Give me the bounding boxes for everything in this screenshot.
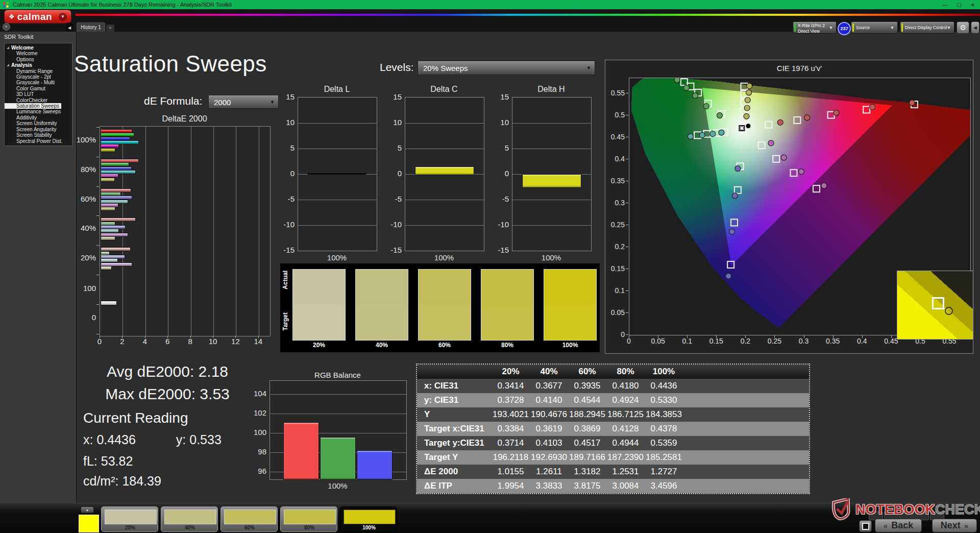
- swatch-20%: [292, 269, 346, 341]
- swatch-60%: [418, 269, 471, 341]
- gear-icon[interactable]: ⚙: [957, 21, 969, 34]
- source-dropdown[interactable]: Source ▼: [851, 21, 898, 34]
- close-button[interactable]: ✕: [971, 2, 975, 8]
- gridline: [298, 123, 377, 124]
- cie-ytick-label: 0.35: [603, 177, 625, 185]
- swatch-label: 40%: [355, 342, 408, 349]
- sidebar-item-welcome[interactable]: Welcome: [5, 51, 72, 56]
- delta_l-ytick-label: 5: [275, 143, 295, 152]
- meter-name: X-Rite i1Pro 2: [798, 23, 825, 28]
- sidebar-item-color-gamut[interactable]: Color Gamut: [5, 86, 72, 91]
- stop-button[interactable]: [859, 520, 872, 532]
- swatch-target: [419, 305, 471, 340]
- delta_h-ytick-label: 5: [489, 143, 509, 152]
- de-formula-dropdown[interactable]: 2000 ▼: [208, 95, 279, 109]
- sidebar-item-3d-lut[interactable]: 3D LUT: [5, 91, 72, 97]
- delta_l-plot: [298, 97, 377, 251]
- swatch-target: [356, 305, 408, 340]
- patch-label: 80%: [281, 525, 338, 530]
- table-row: Y193.4021190.4676188.2945186.7125184.385…: [417, 407, 809, 422]
- deltae-bar-60%-yellow: [101, 207, 115, 211]
- cie-ytick-label: 0.45: [603, 133, 625, 141]
- display-control-dropdown[interactable]: Direct Display Control ▼: [900, 21, 954, 34]
- meter-dropdown[interactable]: X-Rite i1Pro 2 Direct View ▼: [793, 21, 837, 34]
- display-status-indicator: [901, 23, 903, 32]
- maximize-button[interactable]: ▢: [957, 2, 961, 8]
- tree-section-analysis[interactable]: Analysis: [5, 62, 72, 68]
- patch-button-80%[interactable]: 80%: [280, 506, 337, 532]
- table-row: y: CIE310.37280.41400.45440.49240.5330: [417, 393, 809, 407]
- axis-tick: [96, 275, 99, 275]
- tree-section-welcome[interactable]: Welcome: [5, 45, 72, 51]
- patch-expand-button[interactable]: ▲: [81, 506, 94, 513]
- panel-collapse-button[interactable]: ◀: [971, 21, 979, 34]
- delta-h-category: 100%: [512, 253, 591, 262]
- sidebar-item-screen-stability[interactable]: Screen Stability: [5, 132, 72, 138]
- patch-button-40%[interactable]: 40%: [161, 506, 218, 532]
- swatch-80%: [481, 269, 534, 341]
- delta_c-ytick-label: 10: [382, 118, 402, 127]
- tree-expander-icon: [7, 46, 9, 49]
- meter-status-indicator: [794, 23, 796, 32]
- measured-point-magenta: [821, 183, 827, 188]
- calman-logo-button[interactable]: ❖ calman ▼: [4, 10, 71, 23]
- cie-ytick-label: 0.3: [603, 199, 625, 207]
- deltae-group-label: 60%: [65, 195, 96, 203]
- delta_c-ytick-label: -5: [382, 195, 402, 203]
- minimize-button[interactable]: —: [942, 2, 947, 8]
- gridline: [512, 123, 591, 124]
- rgb-bar-green: [320, 437, 356, 480]
- axis-tick: [96, 215, 99, 216]
- sidebar-item-grayscale-multi[interactable]: Grayscale - Multi: [5, 80, 72, 85]
- cie-xtick-label: 0.2: [735, 337, 755, 345]
- sidebar-item-colorchecker[interactable]: ColorChecker: [5, 98, 72, 103]
- notebookcheck-watermark: NOTEBOOKCHECK: [831, 498, 980, 521]
- measured-point-cyan: [719, 130, 724, 135]
- sidebar-item-grayscale-2pt[interactable]: Grayscale - 2pt: [5, 74, 72, 80]
- cie-ytick-label: 0.15: [603, 264, 625, 273]
- measured-point-magenta: [781, 155, 787, 160]
- cie-xtick-label: 0.35: [823, 337, 843, 345]
- back-button[interactable]: « Back: [875, 519, 922, 532]
- chevron-down-icon: ▼: [59, 13, 67, 21]
- deltae-xtick-label: 8: [183, 337, 198, 346]
- tab-history-1[interactable]: History 1: [77, 22, 105, 32]
- axis-tick: [626, 225, 628, 225]
- patch-button-20%[interactable]: 20%: [101, 506, 158, 532]
- swatch-actual: [419, 270, 471, 305]
- display-control-label: Direct Display Control: [905, 25, 947, 31]
- max-de2000-readout: Max dE2000: 3.53: [82, 385, 253, 403]
- rgb-ytick-label: 102: [249, 408, 266, 417]
- patch-button-60%[interactable]: 60%: [220, 506, 278, 532]
- rgb-balance-title: RGB Balance: [270, 371, 406, 379]
- rgb-bar-red: [283, 422, 319, 480]
- deltae-bar-white: [101, 301, 117, 305]
- delta_l-ytick-label: 15: [275, 92, 295, 101]
- table-col-80%: 80%: [606, 367, 645, 377]
- tree-expander-icon: [7, 64, 9, 66]
- measured-point-blue: [735, 166, 741, 172]
- next-button[interactable]: Next »: [932, 519, 977, 532]
- sidebar-item-saturation-sweeps[interactable]: Saturation Sweeps: [5, 103, 61, 109]
- cie-xtick-label: 0.05: [648, 337, 668, 345]
- sidebar-item-screen-uniformity[interactable]: Screen Uniformity: [5, 120, 72, 126]
- levels-dropdown[interactable]: 20% Sweeps ▼: [418, 61, 595, 75]
- sidebar-item-options[interactable]: Options: [5, 57, 72, 62]
- sidebar-item-dynamic-range[interactable]: Dynamic Range: [5, 68, 72, 74]
- patch-button-100%[interactable]: 100%: [340, 506, 397, 532]
- meter-count-badge[interactable]: 237: [838, 22, 851, 35]
- patch-swatch: [164, 510, 216, 524]
- sidebar-item-additivity[interactable]: Additivity: [5, 115, 72, 120]
- deltae-chart-title: DeltaE 2000: [100, 114, 270, 124]
- chevron-down-icon: ▼: [270, 100, 275, 105]
- sidebar-item-luminance-sweeps[interactable]: Luminance Sweeps: [5, 109, 72, 114]
- sidebar-item-screen-angularity[interactable]: Screen Angularity: [5, 127, 72, 132]
- measured-point-yellow: [744, 113, 749, 119]
- sidebar-item-spectral-power-dist[interactable]: Spectral Power Dist.: [5, 138, 72, 144]
- delta_c-ytick-label: 0: [382, 169, 402, 178]
- add-tab-button[interactable]: +: [106, 25, 114, 32]
- table-row: Target x:CIE310.33840.36190.38690.41280.…: [417, 422, 809, 436]
- table-col-100%: 100%: [645, 367, 683, 377]
- record-indicator-button[interactable]: [3, 23, 10, 31]
- next-chevrons-icon: »: [964, 521, 968, 530]
